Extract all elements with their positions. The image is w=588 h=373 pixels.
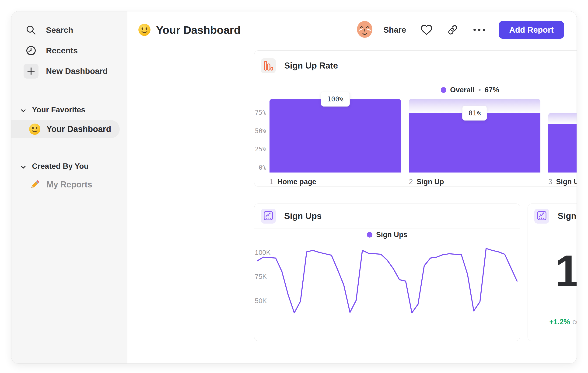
smiley-emoji [138,23,151,36]
funnel-ghost-segment [548,113,577,124]
sidebar-item-search[interactable]: Search [11,20,127,40]
sidebar-item-label: New Dashboard [46,66,108,76]
sidebar-section-created-by-you[interactable]: Created By You [11,159,127,173]
funnel-y-tick: 75% [255,109,266,116]
chevron-down-icon [21,105,26,114]
smiley-emoji [29,123,41,135]
funnel-y-tick: 25% [255,145,266,153]
legend-dot [441,87,446,93]
funnel-solid-segment [270,99,401,172]
funnel-bar-home-page[interactable]: 100% [270,99,401,172]
legend-dot [367,232,372,238]
x-axis-line [257,362,517,362]
card-header: Sign Ups Today [528,204,577,229]
line-legend: Sign Ups [254,229,520,241]
chevron-down-icon [21,162,26,171]
more-options-ellipsis-icon[interactable] [473,28,486,32]
add-report-button[interactable]: Add Report [499,21,564,39]
card-header: Sign Up Rate [254,50,577,81]
kpi-delta-value: +1.2% [549,318,570,326]
bar-chart-icon [261,58,276,73]
favorite-heart-icon[interactable] [420,24,433,35]
funnel-value-chip: 81% [462,106,487,121]
pencil-emoji [29,179,41,191]
funnel-step-label: 3 Sign Up Confirmation [548,178,577,186]
sidebar-item-new-dashboard[interactable]: New Dashboard [11,61,127,81]
funnel-legend: Overall • 67% [254,81,577,99]
kpi-delta-note: compared to previous period [572,318,577,326]
sign-ups-today-card: Sign Ups Today 100K Unique Users +1.2%co… [528,203,577,341]
clock-icon [24,43,39,58]
line-y-tick: 50K [255,297,267,305]
copy-link-icon[interactable] [447,24,458,35]
share-button[interactable]: Share [383,25,406,34]
search-icon [24,23,39,38]
funnel-solid-segment [409,113,540,172]
sign-up-rate-card: Sign Up Rate Overall • 67% 100% [254,50,577,187]
sidebar-section-your-favorites[interactable]: Your Favorites [11,103,127,117]
line-y-tick: 100K [255,249,271,256]
sidebar-item-label: Search [46,25,73,35]
sidebar-item-your-dashboard[interactable]: Your Dashboard [11,120,120,138]
card-title: Sign Ups [284,211,322,221]
sign-ups-line-plot[interactable]: 100K75K50K Dec1Dec 14Dec 28Jan 11 [257,241,517,324]
funnel-y-tick: 0% [259,164,266,171]
sign-ups-card: Sign Ups Sign Ups 100K75K50K Dec1Dec 14D… [254,203,520,341]
funnel-value-chip: 100% [321,92,350,107]
funnel-y-tick: 50% [255,127,266,134]
sidebar-item-recents[interactable]: Recents [11,40,127,61]
line-chart-icon [261,209,276,223]
kpi-value: 100K [555,249,577,293]
main-content: Your Dashboard Share Add Report [128,11,577,363]
funnel-plot: 100% 81% 82% 75% 50% 25% 0% [270,99,577,172]
card-title: Sign Up Rate [284,61,338,71]
sidebar-item-my-reports[interactable]: My Reports [11,176,120,194]
funnel-bar-sign-up[interactable]: 81% [409,99,540,172]
sidebar: Search Recents New Dashboard Your Fa [11,11,127,363]
funnel-solid-segment [548,124,577,172]
card-header: Sign Ups [254,204,520,229]
avatar[interactable] [356,20,373,39]
line-chart-icon [534,209,549,223]
funnel-x-labels: 1 Home page 2 Sign Up 3 Sign Up Confirma… [270,178,577,186]
kpi-body: 100K Unique Users +1.2%compared to previ… [528,229,577,326]
topbar: Your Dashboard Share Add Report [138,20,564,40]
app-window: Search Recents New Dashboard Your Fa [11,11,577,364]
funnel-bar-sign-up-confirmation[interactable]: 82% [548,99,577,172]
kpi-delta: +1.2%compared to previous period [549,318,577,326]
funnel-step-label: 2 Sign Up [409,178,540,186]
line-chart-svg [257,241,517,324]
funnel-step-label: 1 Home page [270,178,401,186]
card-title: Sign Ups Today [558,211,577,221]
plus-icon [24,64,39,79]
page-title: Your Dashboard [138,23,241,36]
line-y-tick: 75K [255,273,267,281]
sidebar-item-label: Recents [46,46,78,55]
